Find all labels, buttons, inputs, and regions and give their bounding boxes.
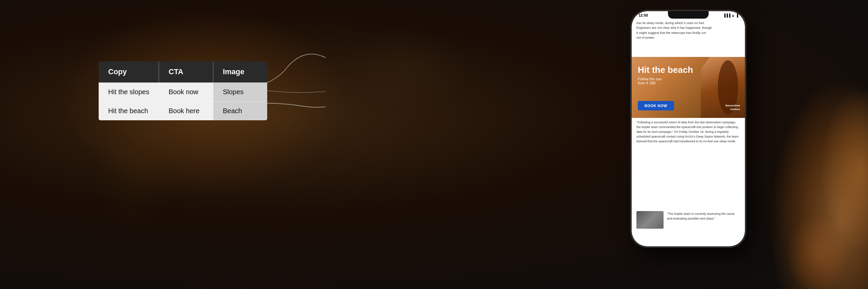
phone-notch [668,11,709,19]
article-quote-text: "The Kepler team is currently assessing … [667,212,735,220]
ad-copy-section: Hit the beach Follow the sunfrom € 390 [638,65,693,85]
col-header-cta: CTA [159,61,213,83]
article-body-text: "Following a successful return of data f… [636,120,740,144]
wifi-icon: ▲ [731,14,735,17]
copy-header-label: Copy [108,67,127,76]
cta-cell-2[interactable]: Book here [159,102,213,121]
cta-header-label: CTA [169,67,183,76]
article-top-content: into its sleep mode, during which it use… [636,21,712,39]
copy-cell-1: Hit the slopes [99,83,159,102]
table-row: Hit the slopes Book now Slopes [99,83,268,102]
status-icons: ▐▐▐ ▲ ▐ [723,14,738,17]
watch-more-thumbnail[interactable]: Watch more [636,211,664,229]
table-row: Hit the beach Book here Beach [99,102,268,121]
data-table-container: Copy CTA Image Hit the slopes Book now S… [98,61,268,121]
phone-device: 12:50 ▐▐▐ ▲ ▐ into its sleep mode, durin… [617,10,760,288]
ad-logo-line1: Bannerflow [725,104,740,107]
col-header-image: Image [213,61,268,83]
image-header-label: Image [223,67,244,76]
ad-subline: Follow the sunfrom € 390 [638,77,693,85]
article-top-text: into its sleep mode, during which it use… [636,21,740,40]
ad-banner: Hit the beach Follow the sunfrom € 390 B… [632,57,745,118]
ad-headline: Hit the beach [638,65,693,75]
content-table: Copy CTA Image Hit the slopes Book now S… [98,61,268,121]
image-cell-1: Slopes [213,83,268,102]
col-header-copy: Copy [99,61,159,83]
signal-icon: ▐▐▐ [723,14,730,17]
cta-cell-1[interactable]: Book now [159,83,213,102]
battery-icon: ▐ [736,14,738,17]
ad-cta-button[interactable]: BOOK NOW [638,101,674,110]
copy-cell-2: Hit the beach [99,102,159,121]
article-body-content: "Following a successful return of data f… [636,121,738,143]
ad-logo-line2: Airlines [730,108,740,111]
thumbnail-image [636,211,664,229]
article-side-quote: "The Kepler team is currently assessing … [667,212,740,221]
image-cell-2: Beach [213,102,268,121]
status-time: 12:50 [638,13,648,17]
phone-screen: 12:50 ▐▐▐ ▲ ▐ into its sleep mode, durin… [632,11,745,246]
phone-frame: 12:50 ▐▐▐ ▲ ▐ into its sleep mode, durin… [631,10,746,247]
ad-logo: Bannerflow Airlines [725,104,740,111]
